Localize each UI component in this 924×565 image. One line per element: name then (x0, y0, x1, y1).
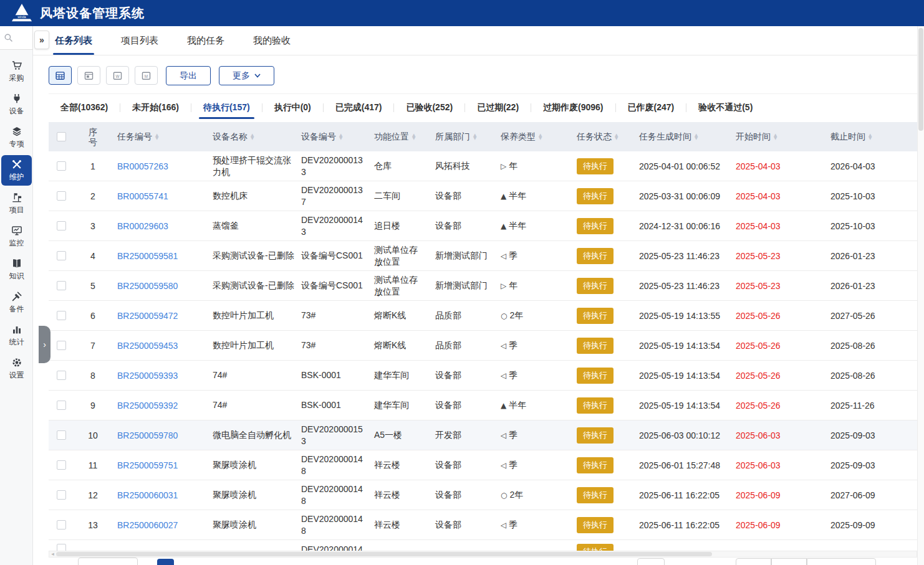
sidebar-expand-button[interactable]: » (34, 31, 49, 49)
deadline-date: 2026-01-23 (827, 281, 917, 291)
row-checkbox[interactable] (57, 191, 66, 201)
page-size-select[interactable] (78, 558, 138, 565)
sidebar-item[interactable]: 设置 (1, 353, 32, 384)
sidebar-item[interactable]: 监控 (1, 221, 32, 252)
pagination-control[interactable] (807, 558, 876, 565)
row-checkbox[interactable] (57, 311, 66, 320)
sidebar-item[interactable]: 知识 (1, 254, 32, 285)
nav-tab[interactable]: 我的验收 (253, 35, 291, 55)
row-checkbox[interactable] (57, 221, 66, 230)
status-badge: 待执行 (577, 158, 614, 174)
calendar-week-view-icon[interactable]: W (106, 66, 129, 85)
task-number-link[interactable]: BR00057263 (117, 161, 168, 171)
nav-tab[interactable]: 我的任务 (187, 35, 224, 55)
sidebar-item[interactable]: 设备 (1, 89, 32, 120)
start-date: 2025-05-23 (732, 251, 827, 261)
row-checkbox[interactable] (57, 281, 66, 290)
task-number-link[interactable]: BR2500060031 (117, 490, 178, 500)
vertical-scrollbar[interactable] (917, 26, 924, 565)
filter-tab[interactable]: 过期作废(9096) (543, 94, 603, 121)
sort-icon[interactable]: ▲▼ (774, 134, 777, 140)
row-checkbox[interactable] (57, 544, 66, 551)
select-all-checkbox[interactable] (57, 132, 66, 141)
task-number-link[interactable]: BR00055741 (117, 191, 168, 201)
sidebar-collapse-handle[interactable]: › (39, 326, 51, 363)
sidebar-item[interactable]: 专项 (1, 122, 32, 153)
task-number-link[interactable]: BR2500059392 (117, 401, 178, 411)
filter-tab[interactable]: 已完成(417) (335, 94, 382, 121)
row-checkbox[interactable] (57, 520, 66, 529)
row-checkbox[interactable] (57, 401, 66, 410)
sort-icon[interactable]: ▲▼ (473, 134, 476, 140)
page-button-active[interactable] (157, 559, 174, 565)
row-checkbox[interactable] (57, 251, 66, 260)
filter-tab[interactable]: 已过期(22) (477, 94, 519, 121)
table-row: 4 BR2500059581 采购测试设备-已删除 设备编号CS001 测试单位… (49, 241, 917, 271)
function-location: 熔断K线 (370, 339, 426, 351)
function-location: 建华车间 (370, 369, 426, 381)
sidebar-item[interactable]: 统计 (1, 320, 32, 351)
pagination-box[interactable] (637, 558, 665, 565)
nav-tab[interactable]: 项目列表 (121, 35, 158, 55)
table-view-icon[interactable] (49, 66, 72, 85)
deadline-date: 2025-11-26 (827, 401, 917, 411)
filter-tab[interactable]: 验收不通过(5) (698, 94, 753, 121)
filter-tab[interactable]: 未开始(166) (132, 94, 179, 121)
pagination-control[interactable] (771, 558, 807, 565)
horizontal-scrollbar[interactable]: ◂ (49, 551, 917, 558)
task-number-link[interactable]: BR2500059453 (117, 341, 178, 351)
task-number-link[interactable]: BR2500060027 (117, 520, 178, 530)
task-number-link[interactable]: BR2500059581 (117, 251, 178, 261)
sort-icon[interactable]: ▲▼ (412, 134, 415, 140)
calendar-day-view-icon[interactable] (77, 66, 100, 85)
sidebar-search[interactable] (0, 26, 33, 50)
task-number-link[interactable]: BR2500059780 (117, 430, 178, 440)
maintenance-type-label: 季 (509, 250, 517, 262)
pagination-jump-group (736, 558, 876, 565)
calendar-month-view-icon[interactable]: M (135, 66, 158, 85)
row-checkbox[interactable] (57, 430, 66, 440)
row-checkbox[interactable] (57, 490, 66, 500)
created-time: 2025-05-19 14:13:54 (635, 401, 732, 411)
task-number-link[interactable]: BR2500059393 (117, 371, 178, 381)
sort-icon[interactable]: ▲▼ (251, 134, 254, 140)
row-checkbox[interactable] (57, 460, 66, 470)
sidebar-item[interactable]: 备件 (1, 287, 32, 318)
row-checkbox[interactable] (57, 341, 66, 350)
pagination-control[interactable] (736, 558, 771, 565)
nav-tab[interactable]: 任务列表 (55, 35, 92, 55)
sort-icon[interactable]: ▲▼ (155, 134, 158, 140)
sort-icon[interactable]: ▲▼ (615, 134, 618, 140)
filter-tab[interactable]: 执行中(0) (274, 94, 311, 121)
task-number-link[interactable]: BR2500059472 (117, 311, 178, 321)
row-checkbox[interactable] (57, 371, 66, 380)
row-checkbox[interactable] (57, 161, 66, 171)
filter-tab-label: 验收不通过(5) (698, 102, 753, 113)
filter-tab-label: 执行中(0) (274, 102, 311, 113)
sort-icon[interactable]: ▲▼ (539, 134, 542, 140)
sidebar-item[interactable]: 维护 (1, 155, 32, 186)
sort-icon[interactable]: ▲▼ (339, 134, 342, 140)
horizontal-scrollbar-thumb[interactable] (56, 552, 712, 556)
department: 设备部 (426, 400, 496, 411)
filter-tab[interactable]: 已验收(252) (406, 94, 453, 121)
scroll-left-arrow[interactable]: ◂ (49, 551, 56, 557)
filter-tab[interactable]: 待执行(157) (203, 94, 250, 121)
device-number: DEV202000014 (296, 544, 370, 551)
status-badge: 待执行 (577, 188, 614, 204)
sidebar-item[interactable]: 采购 (1, 56, 32, 87)
sidebar-item[interactable]: 项目 (1, 188, 32, 219)
vertical-scrollbar-thumb[interactable] (918, 28, 923, 131)
sort-icon[interactable]: ▲▼ (869, 134, 872, 140)
task-number-link[interactable]: BR2500059580 (117, 281, 178, 291)
filter-tab[interactable]: 已作废(247) (628, 94, 675, 121)
filter-tab-label: 过期作废(9096) (543, 102, 603, 113)
sort-icon[interactable]: ▲▼ (695, 134, 698, 140)
export-button[interactable]: 导出 (166, 66, 211, 85)
filter-tab[interactable]: 全部(10362) (60, 94, 108, 121)
more-button[interactable]: 更多 (219, 66, 274, 85)
task-number-link[interactable]: BR2500059751 (117, 460, 178, 470)
status-badge: 待执行 (577, 308, 614, 324)
task-number-link[interactable]: BR00029603 (117, 221, 168, 231)
row-seq: 7 (74, 341, 112, 351)
